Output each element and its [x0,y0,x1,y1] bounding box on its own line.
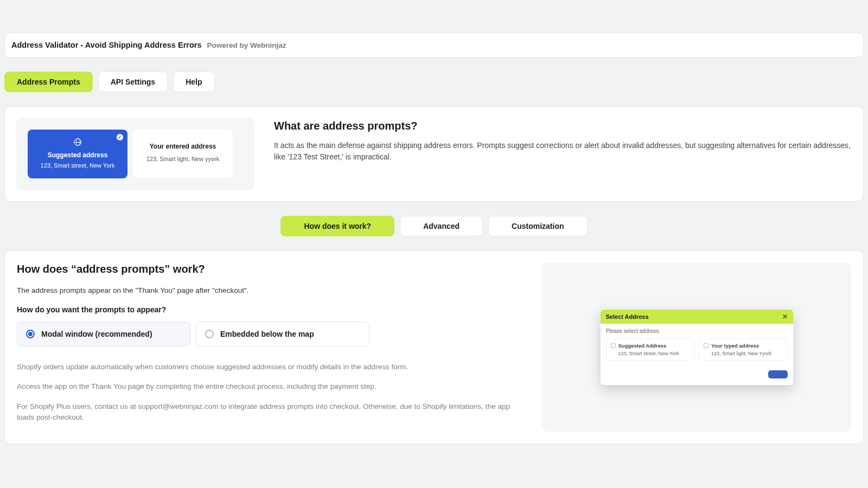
app-header: Address Validator - Avoid Shipping Addre… [4,33,864,57]
preview-modal-instruction: Please select address. [606,328,788,334]
tab-api-settings[interactable]: API Settings [98,72,168,92]
preview-card-addr: 123, Smart street, New York [611,351,690,356]
option-label: Modal window (recommended) [41,330,152,338]
checkbox-icon [611,343,616,348]
app-powered-by: Powered by Webninjaz [207,41,286,49]
option-embedded[interactable]: Embedded below the map [196,322,369,346]
intro-body: It acts as the main defense against ship… [274,140,852,163]
preview-card-addr: 123, Smart light, New Yyork [704,351,783,356]
preview-modal: Select Address ✕ Please select address. … [601,310,793,385]
tab-customization[interactable]: Customization [488,216,587,236]
intro-panel: ✓ Suggested address 123, Smart street, N… [4,106,864,202]
how-panel: How does “address prompts” work? The add… [4,251,864,444]
check-icon: ✓ [117,134,123,140]
how-question: How do you want the prompts to appear? [17,305,526,314]
address-illustration: ✓ Suggested address 123, Smart street, N… [16,118,254,190]
tab-advanced[interactable]: Advanced [400,216,483,236]
how-description: The address prompts appear on the "Thank… [17,286,526,294]
entered-address-title: Your entered address [138,143,227,150]
tab-help[interactable]: Help [173,72,214,92]
how-note: Shopify orders update automatically when… [17,362,526,373]
tab-how-it-works[interactable]: How does it work? [280,216,394,236]
close-icon[interactable]: ✕ [782,313,788,320]
how-heading: How does “address prompts” work? [17,263,526,275]
checkbox-icon [704,343,709,348]
suggested-address-card: ✓ Suggested address 123, Smart street, N… [28,130,127,178]
display-options: Modal window (recommended) Embedded belo… [17,322,526,346]
radio-icon [26,330,35,338]
how-note: Access the app on the Thank You page by … [17,381,526,392]
suggested-address-text: 123, Smart street, New York [33,162,122,169]
preview-typed-card[interactable]: Your typed address 123, Smart light, New… [699,338,788,361]
preview-modal-title: Select Address [606,313,649,320]
option-label: Embedded below the map [220,330,314,338]
preview-suggested-card[interactable]: Suggested Address 123, Smart street, New… [606,338,695,361]
entered-address-card: Your entered address 123, Smart light, N… [133,130,233,178]
radio-icon [205,330,214,338]
preview-card-title: Suggested Address [618,343,667,349]
preview-confirm-button[interactable] [768,370,788,378]
preview-card-title: Your typed address [711,343,759,349]
option-modal-window[interactable]: Modal window (recommended) [17,322,190,346]
tab-address-prompts[interactable]: Address Prompts [4,72,93,92]
globe-icon [74,138,81,146]
section-tabs: How does it work? Advanced Customization [0,216,868,236]
how-note: For Shopify Plus users, contact us at su… [17,401,526,423]
top-tabs: Address Prompts API Settings Help [0,68,868,92]
suggested-address-title: Suggested address [33,151,122,159]
app-title: Address Validator - Avoid Shipping Addre… [11,41,202,49]
modal-preview-area: Select Address ✕ Please select address. … [542,263,851,432]
intro-heading: What are address prompts? [274,120,852,132]
entered-address-text: 123, Smart light, New yyork [138,156,227,162]
